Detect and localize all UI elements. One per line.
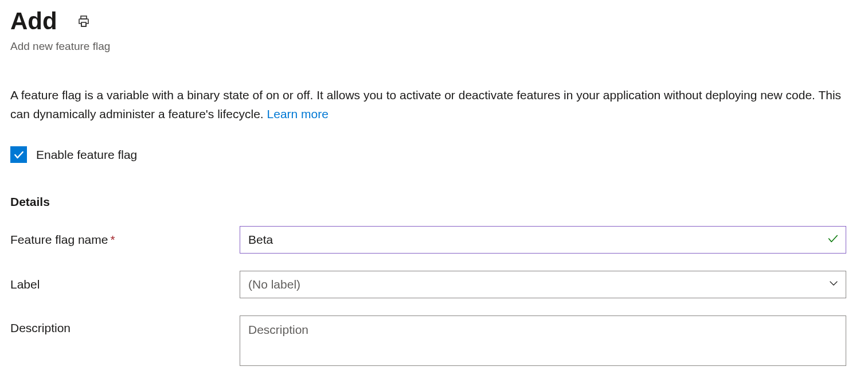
label-select[interactable]: (No label)	[240, 271, 846, 298]
description-label: Description	[10, 315, 240, 335]
feature-flag-name-label: Feature flag name*	[10, 233, 240, 247]
label-select-wrap: (No label)	[240, 271, 846, 298]
label-field-label: Label	[10, 278, 240, 291]
learn-more-link[interactable]: Learn more	[267, 107, 329, 120]
enable-feature-flag-checkbox[interactable]	[10, 146, 27, 163]
details-heading: Details	[10, 195, 858, 209]
label-select-value: (No label)	[248, 278, 300, 291]
description-wrap	[240, 315, 846, 368]
page-title: Add	[10, 8, 57, 34]
intro-text: A feature flag is a variable with a bina…	[10, 86, 847, 123]
description-textarea[interactable]	[240, 315, 846, 366]
enable-feature-flag-row: Enable feature flag	[10, 146, 858, 163]
label-row: Label (No label)	[10, 271, 858, 298]
intro-body: A feature flag is a variable with a bina…	[10, 88, 841, 120]
chevron-down-icon	[828, 278, 839, 291]
header-row: Add	[10, 8, 858, 34]
print-icon[interactable]	[76, 13, 92, 29]
feature-flag-name-input[interactable]	[240, 226, 846, 254]
description-row: Description	[10, 315, 858, 368]
feature-flag-name-wrap	[240, 226, 846, 254]
svg-rect-1	[81, 22, 86, 26]
enable-feature-flag-label: Enable feature flag	[36, 148, 137, 162]
page-subtitle: Add new feature flag	[10, 40, 858, 53]
feature-flag-name-row: Feature flag name*	[10, 226, 858, 254]
required-star-icon: *	[110, 233, 115, 246]
